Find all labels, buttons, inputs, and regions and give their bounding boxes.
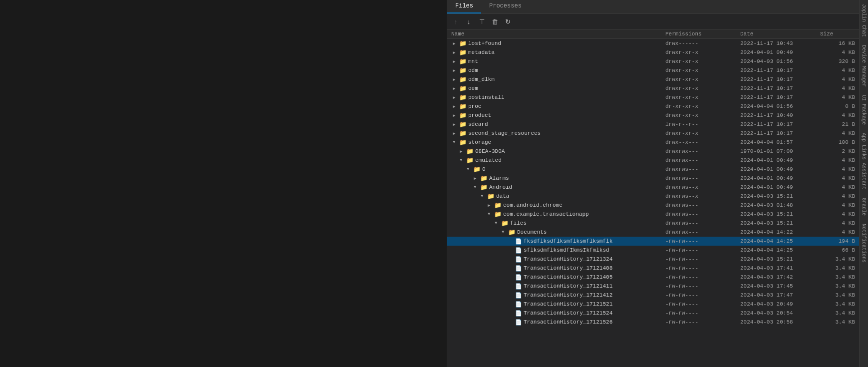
side-tab-ui-package[interactable]: UI Package [860,91,868,129]
expand-chevron[interactable]: ▼ [453,140,458,145]
permissions-cell: drwxr-xr-x [665,58,740,64]
expand-chevron[interactable]: ▶ [453,77,458,82]
permissions-cell: -rw-rw---- [665,247,740,253]
item-name: oem [468,85,478,91]
tree-row[interactable]: ▼📁datadrwxrws--x2024-04-03 15:214 KB [447,192,859,201]
expand-chevron[interactable]: ▶ [453,86,458,91]
tree-row[interactable]: 📄TransactionHistory_17121408-rw-rw----20… [447,264,859,273]
permissions-cell: drwxrwx--- [665,229,740,235]
expand-chevron[interactable]: ▶ [453,122,458,127]
expand-chevron[interactable]: ▶ [453,104,458,109]
tree-row[interactable]: ▼📁Androiddrwxrws--x2024-04-01 00:494 KB [447,183,859,192]
tree-name-cell: ▼📁0 [451,166,665,173]
expand-chevron[interactable]: ▶ [453,59,458,64]
file-tree[interactable]: ▶📁lost+founddrwx------2022-11-17 10:4316… [447,39,859,367]
size-cell: 0 B [820,103,855,109]
tree-row[interactable]: ▼📁com.example.transactionappdrwxrws---20… [447,210,859,219]
permissions-cell: drwxr-xr-x [665,67,740,73]
tree-row[interactable]: ▶📁odmdrwxr-xr-x2022-11-17 10:174 KB [447,66,859,75]
folder-icon: 📁 [480,175,488,182]
tree-row[interactable]: 📄TransactionHistory_17121526-rw-rw----20… [447,318,859,327]
tab-files[interactable]: Files [447,0,481,13]
item-name: emulated [475,157,502,163]
delete-button[interactable]: 🗑 [489,16,500,27]
permissions-cell: drwx------ [665,40,740,46]
expand-chevron[interactable]: ▶ [474,176,479,181]
tree-row[interactable]: 📄TransactionHistory_17121521-rw-rw----20… [447,300,859,309]
filter-button[interactable]: ⊤ [476,16,487,27]
side-tab-app-links[interactable]: App Links Assistant [860,129,868,194]
tree-row[interactable]: ▼📁0drwxrws---2024-04-01 00:494 KB [447,165,859,174]
tab-processes[interactable]: Processes [481,0,530,13]
date-cell: 2024-04-03 17:47 [740,292,820,298]
size-cell: 4 KB [820,85,855,91]
tree-row[interactable]: ▶📁odm_dlkmdrwxr-xr-x2022-11-17 10:174 KB [447,75,859,84]
download-button[interactable]: ↓ [463,16,474,27]
expand-chevron[interactable]: ▶ [453,41,458,46]
tree-row[interactable]: 📄TransactionHistory_17121411-rw-rw----20… [447,282,859,291]
size-cell: 4 KB [820,76,855,82]
item-name: TransactionHistory_17121526 [524,319,612,325]
date-cell: 2024-04-03 20:49 [740,301,820,307]
tree-row[interactable]: ▶📁Alarmsdrwxrws---2024-04-01 00:494 KB [447,174,859,183]
tree-row[interactable]: ▼📁filesdrwxrws---2024-04-03 15:214 KB [447,219,859,228]
expand-chevron[interactable]: ▼ [502,230,507,235]
expand-chevron[interactable]: ▶ [453,68,458,73]
col-size: Size [820,31,855,37]
tree-row[interactable]: ▶📁procdr-xr-xr-x2024-04-04 01:560 B [447,102,859,111]
tree-row[interactable]: ▶📁second_stage_resourcesdrwxr-xr-x2022-1… [447,129,859,138]
item-name: proc [468,103,481,109]
date-cell: 2022-11-17 10:17 [740,76,820,82]
tree-row[interactable]: 📄TransactionHistory_17121524-rw-rw----20… [447,309,859,318]
date-cell: 2022-11-17 10:43 [740,40,820,46]
size-cell: 4 KB [820,220,855,226]
tree-name-cell: 📄TransactionHistory_17121405 [451,274,665,281]
tree-row[interactable]: ▶📁mntdrwxr-xr-x2024-04-03 01:56320 B [447,57,859,66]
expand-chevron[interactable]: ▶ [453,95,458,100]
side-tab-joplin-chat[interactable]: Joplin Chat [860,0,868,41]
tree-row[interactable]: 📄TransactionHistory_17121405-rw-rw----20… [447,273,859,282]
size-cell: 16 KB [820,40,855,46]
expand-chevron[interactable]: ▶ [453,113,458,118]
expand-chevron[interactable]: ▼ [460,158,465,163]
permissions-cell: drwxr-xr-x [665,49,740,55]
expand-chevron[interactable]: ▼ [495,221,500,226]
expand-chevron[interactable]: ▶ [453,50,458,55]
expand-chevron[interactable]: ▶ [460,149,465,154]
size-cell: 3.4 KB [820,292,855,298]
tree-row[interactable]: 📄TransactionHistory_17121324-rw-rw----20… [447,255,859,264]
permissions-cell: -rw-rw---- [665,238,740,244]
tree-name-cell: ▶📁proc [451,103,665,110]
tree-row[interactable]: 📄sflksdmflksmdfIkmsIkfmlksd-rw-rw----202… [447,246,859,255]
date-cell: 2024-04-01 00:49 [740,184,820,190]
permissions-cell: -rw-rw---- [665,265,740,271]
folder-icon: 📁 [459,103,467,110]
upload-button[interactable]: ↑ [450,16,461,27]
tree-row[interactable]: ▶📁metadatadrwxr-xr-x2024-04-01 00:494 KB [447,48,859,57]
tree-row[interactable]: ▶📁sdcardlrw-r--r--2022-11-17 10:1721 B [447,120,859,129]
tree-row[interactable]: ▶📁productdrwxr-xr-x2022-11-17 10:404 KB [447,111,859,120]
tree-row[interactable]: 📄fksdflksdflksmflksmflksmflk-rw-rw----20… [447,237,859,246]
expand-chevron[interactable]: ▶ [453,131,458,136]
file-icon: 📄 [515,247,522,254]
tree-row[interactable]: ▶📁com.android.chromedrwxrws---2024-04-03… [447,201,859,210]
side-tab-device-manager[interactable]: Device Manager [860,41,868,91]
expand-chevron[interactable]: ▼ [488,212,493,217]
expand-chevron[interactable]: ▶ [488,203,493,208]
tree-row[interactable]: ▶📁postinstalldrwxr-xr-x2022-11-17 10:174… [447,93,859,102]
expand-chevron[interactable]: ▼ [474,185,479,190]
tree-row[interactable]: ▼📁emulateddrwxrwx---2024-04-01 00:494 KB [447,156,859,165]
expand-chevron[interactable]: ▼ [467,167,472,172]
side-tab-notifications[interactable]: Notifications [860,220,868,267]
side-tab-gradle[interactable]: Gradle [860,194,868,220]
date-cell: 2024-04-03 20:58 [740,319,820,325]
expand-chevron[interactable]: ▼ [481,194,486,199]
tree-row[interactable]: ▶📁lost+founddrwx------2022-11-17 10:4316… [447,39,859,48]
tree-row[interactable]: 📄TransactionHistory_17121412-rw-rw----20… [447,291,859,300]
tree-row[interactable]: ▼📁storagedrwx--x---2024-04-04 01:57100 B [447,138,859,147]
tree-row[interactable]: ▶📁08EA-3D0Adrwxrwx---1970-01-01 07:002 K… [447,147,859,156]
tree-row[interactable]: ▶📁oemdrwxr-xr-x2022-11-17 10:174 KB [447,84,859,93]
refresh-button[interactable]: ↻ [502,16,513,27]
col-name: Name [451,31,665,37]
tree-row[interactable]: ▼📁Documentsdrwxrwx---2024-04-04 14:224 K… [447,228,859,237]
